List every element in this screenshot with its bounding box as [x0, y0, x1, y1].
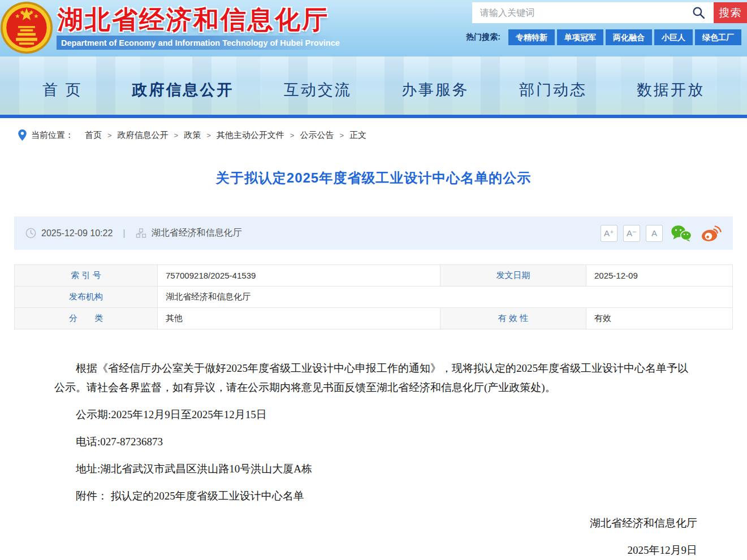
font-size-reset-button[interactable]: A — [646, 225, 663, 242]
hot-tag-danxiangguanjun[interactable]: 单项冠军 — [557, 29, 603, 45]
publisher-value: 湖北省经济和信息化厅 — [158, 286, 733, 308]
font-size-increase-button[interactable]: A⁺ — [601, 225, 618, 242]
breadcrumb-separator: > — [290, 131, 295, 140]
meta-divider: | — [123, 228, 125, 239]
site-subtitle: Department of Economy and Information Te… — [61, 38, 340, 47]
main-nav-band: 首 页 政府信息公开 互动交流 办事服务 部门动态 数据开放 — [0, 57, 747, 115]
validity-label: 有 效 性 — [441, 308, 586, 329]
hot-tag-lvsegongchang[interactable]: 绿色工厂 — [695, 29, 741, 45]
wechat-icon[interactable] — [671, 224, 692, 242]
weibo-icon[interactable] — [700, 224, 722, 242]
breadcrumb-separator: > — [107, 131, 112, 140]
hot-tag-xiaojuren[interactable]: 小巨人 — [654, 29, 693, 45]
issue-date-value: 2025-12-09 — [586, 265, 733, 286]
sitemap-icon — [136, 228, 146, 238]
article-body: 根据《省经信厅办公室关于做好2025年度省级工业设计中心申报工作的通知》，现将拟… — [54, 359, 697, 560]
breadcrumb-label: 当前位置： — [31, 130, 74, 141]
category-value: 其他 — [158, 308, 441, 329]
search-icon[interactable] — [692, 6, 706, 20]
svg-text:★: ★ — [33, 13, 38, 19]
search-button[interactable]: 搜索 — [714, 2, 747, 23]
table-row: 索 引 号 757009218/2025-41539 发文日期 2025-12-… — [15, 265, 733, 286]
hot-tag-zhuanjingtexin[interactable]: 专精特新 — [508, 29, 555, 45]
publisher-label: 发布机构 — [15, 286, 158, 308]
breadcrumb-separator: > — [174, 131, 179, 140]
signature-date: 2025年12月9日 — [54, 541, 697, 560]
national-emblem-icon[interactable]: ★ ★ ★ ★ — [0, 1, 53, 54]
site-title[interactable]: 湖北省经济和信息化厅 — [58, 3, 329, 37]
category-label: 分 类 — [15, 308, 158, 329]
nav-item-home[interactable]: 首 页 — [42, 80, 83, 100]
breadcrumb-announcements[interactable]: 公示公告 — [300, 130, 334, 141]
nav-item-gov-info[interactable]: 政府信息公开 — [132, 80, 234, 100]
hot-tag-lianghuaronghe[interactable]: 两化融合 — [606, 29, 652, 45]
site-subtitle-ribbon: Department of Economy and Information Te… — [57, 36, 335, 50]
body-paragraph-intro: 根据《省经信厅办公室关于做好2025年度省级工业设计中心申报工作的通知》，现将拟… — [54, 359, 697, 397]
publish-source: 湖北省经济和信息化厅 — [152, 227, 242, 239]
hot-search-row: 热门搜索: 专精特新 单项冠军 两化融合 小巨人 绿色工厂 — [466, 29, 741, 45]
breadcrumb-other-docs[interactable]: 其他主动公开文件 — [217, 130, 284, 141]
hot-search-label: 热门搜索: — [466, 32, 500, 42]
document-info-table: 索 引 号 757009218/2025-41539 发文日期 2025-12-… — [14, 264, 733, 329]
svg-text:★: ★ — [20, 9, 25, 15]
main-nav: 首 页 政府信息公开 互动交流 办事服务 部门动态 数据开放 — [0, 57, 747, 115]
breadcrumb-separator: > — [206, 131, 211, 140]
signature-org: 湖北省经济和信息化厅 — [54, 514, 697, 533]
search-input[interactable] — [472, 2, 714, 23]
publish-datetime: 2025-12-09 10:22 — [41, 228, 113, 238]
clock-icon — [25, 228, 36, 238]
article-meta-bar: 2025-12-09 10:22 | 湖北省经济和信息化厅 A⁺ A⁻ A — [14, 216, 733, 250]
table-row: 发布机构 湖北省经济和信息化厅 — [15, 286, 733, 308]
body-paragraph-publicity-period: 公示期:2025年12月9日至2025年12月15日 — [54, 405, 697, 424]
breadcrumb-policy[interactable]: 政策 — [184, 130, 201, 141]
site-header: ★ ★ ★ ★ 湖北省经济和信息化厅 Department of Economy… — [0, 0, 747, 57]
index-number-value: 757009218/2025-41539 — [158, 265, 441, 286]
nav-item-open-data[interactable]: 数据开放 — [637, 80, 705, 100]
breadcrumb-gov-info[interactable]: 政府信息公开 — [118, 130, 169, 141]
body-paragraph-attachment: 附件： 拟认定的2025年度省级工业设计中心名单 — [54, 487, 697, 506]
breadcrumb-home[interactable]: 首页 — [85, 130, 102, 141]
table-row: 分 类 其他 有 效 性 有效 — [15, 308, 733, 329]
search-bar: 搜索 — [472, 2, 747, 23]
body-paragraph-address: 地址:湖北省武汉市武昌区洪山路10号洪山大厦A栋 — [54, 459, 697, 479]
page-title: 关于拟认定2025年度省级工业设计中心名单的公示 — [0, 169, 747, 187]
breadcrumb: 当前位置： 首页 > 政府信息公开 > 政策 > 其他主动公开文件 > 公示公告… — [0, 118, 747, 141]
breadcrumb-current: 正文 — [349, 130, 366, 141]
validity-value: 有效 — [586, 308, 733, 329]
nav-item-interaction[interactable]: 互动交流 — [284, 80, 352, 100]
body-paragraph-phone: 电话:027-87236873 — [54, 432, 697, 452]
location-pin-icon — [18, 129, 27, 141]
nav-item-department-news[interactable]: 部门动态 — [519, 80, 587, 100]
font-size-decrease-button[interactable]: A⁻ — [623, 225, 640, 242]
issue-date-label: 发文日期 — [441, 265, 586, 286]
index-number-label: 索 引 号 — [15, 265, 158, 286]
breadcrumb-separator: > — [339, 131, 344, 140]
nav-item-services[interactable]: 办事服务 — [401, 80, 469, 100]
